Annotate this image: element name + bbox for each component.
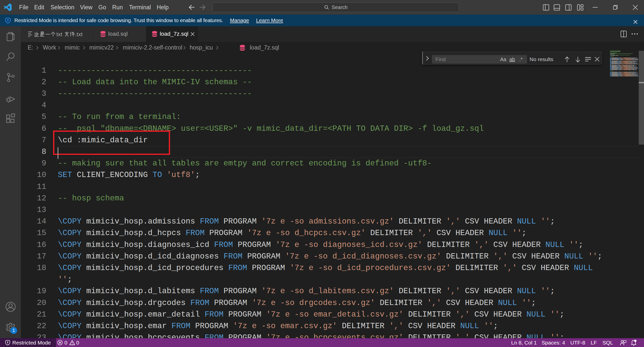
svg-text:txt: txt bbox=[56, 31, 63, 37]
svg-text:.txt: .txt bbox=[75, 31, 83, 37]
